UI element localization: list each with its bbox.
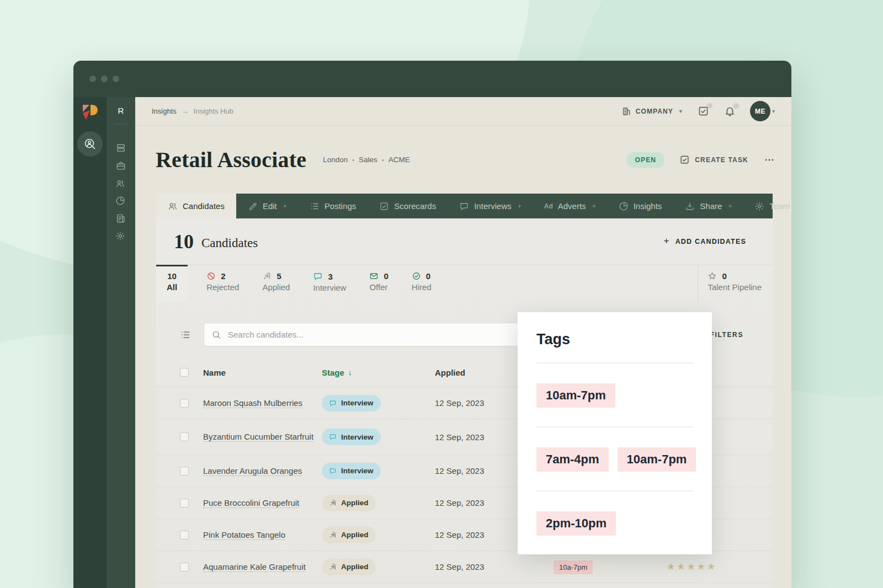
row-checkbox[interactable] xyxy=(180,499,189,507)
row-checkbox[interactable] xyxy=(180,467,189,475)
stage-filter-applied[interactable]: 5Applied xyxy=(254,265,297,302)
stage-label: Applied xyxy=(341,563,369,571)
tab-label: Adverts xyxy=(558,201,586,211)
tags-popover-title: Tags xyxy=(536,312,693,362)
breadcrumb-insights-hub[interactable]: Insights Hub xyxy=(194,107,233,115)
job-location: London xyxy=(323,156,348,164)
job-tabs: CandidatesEdit▾PostingsScorecardsIntervi… xyxy=(156,194,773,218)
stage-badge: Interview xyxy=(322,395,381,411)
tab-share[interactable]: Share▾ xyxy=(673,194,743,218)
candidate-name-link[interactable]: Puce Broccolini Grapefruit xyxy=(203,498,299,508)
stage-filter-all[interactable]: 10All xyxy=(156,265,188,302)
row-checkbox[interactable] xyxy=(180,399,189,408)
board-icon xyxy=(115,142,126,153)
user-menu[interactable]: ME ▾ xyxy=(750,101,775,121)
stage-label: Applied xyxy=(341,499,369,507)
chevron-down-icon: ▾ xyxy=(518,203,521,209)
window-maximize-button[interactable] xyxy=(113,76,119,82)
filter-label: Interview xyxy=(313,283,346,292)
sidebar-item-briefcase[interactable] xyxy=(115,161,126,172)
filter-count: 0 xyxy=(426,271,430,281)
column-header-stage[interactable]: Stage ↓ xyxy=(322,368,435,377)
pie-icon xyxy=(115,196,125,206)
candidate-name-link[interactable]: Maroon Squash Mulberries xyxy=(203,398,302,408)
more-actions-button[interactable] xyxy=(764,154,775,165)
tab-insights[interactable]: Insights xyxy=(607,194,674,218)
tab-team[interactable]: Team xyxy=(743,194,791,218)
tab-adverts[interactable]: AdAdverts▾ xyxy=(533,194,607,218)
person-search-icon xyxy=(83,137,97,151)
candidate-name-link[interactable]: Lavender Arugula Oranges xyxy=(203,466,302,476)
create-task-button[interactable]: CREATE TASK xyxy=(679,154,748,165)
sidebar-item-document[interactable] xyxy=(115,213,126,224)
tab-interviews[interactable]: Interviews▾ xyxy=(448,194,533,218)
filter-count: 2 xyxy=(221,271,225,281)
filter-label: Applied xyxy=(262,282,290,292)
stage-filter-rejected[interactable]: 2Rejected xyxy=(199,265,247,302)
notifications-button[interactable] xyxy=(724,105,736,117)
window-close-button[interactable] xyxy=(89,76,96,82)
chevron-down-icon: ▾ xyxy=(772,108,775,114)
stage-badge: Applied xyxy=(322,527,376,543)
sidebar-item-gear[interactable] xyxy=(115,231,126,241)
blocked-icon xyxy=(206,271,216,281)
sidebar-divider xyxy=(114,124,128,124)
candidate-name-link[interactable]: Byzantium Cucumber Starfruit xyxy=(203,432,313,442)
filter-label: Offer xyxy=(369,282,387,292)
candidate-name-link[interactable]: Aquamarine Kale Grapefruit xyxy=(203,562,306,572)
candidate-search-button[interactable] xyxy=(77,131,103,157)
arrow-in-icon xyxy=(329,563,337,571)
stage-badge: Applied xyxy=(322,495,376,511)
check-square-icon xyxy=(679,154,690,165)
tag-group: 10am-7pm xyxy=(536,362,693,426)
notification-dot xyxy=(707,103,712,109)
filter-count: 0 xyxy=(722,271,726,281)
chat-icon xyxy=(313,271,323,281)
tab-edit[interactable]: Edit▾ xyxy=(236,194,298,218)
candidates-count-label: Candidates xyxy=(201,236,258,250)
create-task-label: CREATE TASK xyxy=(695,156,748,164)
stage-badge: Interview xyxy=(322,429,381,445)
stage-filter-interview[interactable]: 3Interview xyxy=(305,265,354,302)
company-menu[interactable]: COMPANY ▾ xyxy=(621,106,683,116)
pie-icon xyxy=(619,201,629,211)
sidebar-item-pie[interactable] xyxy=(115,196,126,206)
star-icon xyxy=(708,271,717,281)
add-candidates-button[interactable]: + ADD CANDIDATES xyxy=(663,237,746,247)
row-checkbox[interactable] xyxy=(180,563,189,571)
desktop-background: R Insights → Insights Hub xyxy=(0,0,883,588)
stage-filter-hired[interactable]: 0Hired xyxy=(404,265,439,302)
pinpoint-logo xyxy=(81,104,99,122)
search-icon xyxy=(211,330,221,340)
arrow-in-icon xyxy=(262,271,272,281)
row-checkbox[interactable] xyxy=(180,432,189,441)
sidebar-item-board[interactable] xyxy=(115,142,126,153)
workspace-initial[interactable]: R xyxy=(118,106,124,115)
tasks-button[interactable] xyxy=(698,105,709,117)
stage-label: Interview xyxy=(341,399,374,407)
tab-postings[interactable]: Postings xyxy=(298,194,368,218)
filters-button[interactable]: FILTERS xyxy=(710,331,743,339)
notification-dot xyxy=(733,103,739,109)
filter-label: Hired xyxy=(412,282,432,292)
candidate-name-link[interactable]: Pink Potatoes Tangelo xyxy=(203,530,285,540)
table-row[interactable]: Aquamarine Kale GrapefruitApplied12 Sep,… xyxy=(156,551,773,583)
check-square-icon xyxy=(379,201,389,211)
breadcrumb-arrow-icon: → xyxy=(182,107,189,115)
window-minimize-button[interactable] xyxy=(101,76,108,82)
tab-candidates[interactable]: Candidates xyxy=(156,194,236,218)
add-candidates-label: ADD CANDIDATES xyxy=(675,238,746,245)
bulk-select-button[interactable] xyxy=(180,329,191,340)
people-icon xyxy=(168,201,178,211)
ellipsis-icon xyxy=(764,154,775,165)
filter-count: 5 xyxy=(276,271,281,281)
stage-filter-talent-pipeline[interactable]: 0Talent Pipeline xyxy=(698,265,773,302)
job-department: Sales xyxy=(359,156,377,164)
select-all-checkbox[interactable] xyxy=(180,368,189,377)
breadcrumb-insights[interactable]: Insights xyxy=(152,107,177,115)
row-checkbox[interactable] xyxy=(180,531,189,539)
job-meta: London • Sales • ACME xyxy=(323,156,410,164)
stage-filter-offer[interactable]: 0Offer xyxy=(361,265,396,302)
tab-scorecards[interactable]: Scorecards xyxy=(368,194,448,218)
sidebar-item-people[interactable] xyxy=(115,179,126,189)
